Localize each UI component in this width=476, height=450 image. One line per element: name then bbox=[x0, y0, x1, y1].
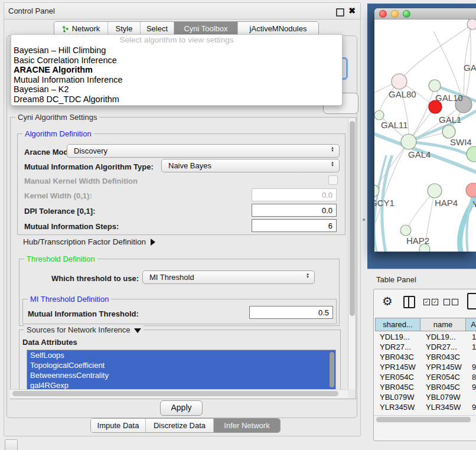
kernel-width-label: Kernel Width (0,1): bbox=[24, 191, 92, 200]
node-partial[interactable] bbox=[467, 19, 476, 30]
cell-value: 9. bbox=[472, 362, 476, 372]
node-gal1[interactable] bbox=[442, 125, 455, 138]
node-label: HAP2 bbox=[406, 236, 429, 246]
attribute-item-selected[interactable]: SelfLoops bbox=[27, 350, 335, 360]
tab-discretize-label: Discretize Data bbox=[154, 421, 206, 430]
columns-icon[interactable] bbox=[403, 296, 415, 308]
cell-name: YDL19... bbox=[426, 332, 456, 342]
table-panel-body: ⚙ ✓ ✓ shared... name A YDL19... YDL19...… bbox=[373, 289, 476, 441]
dropdown-item[interactable]: Bayesian – Hill Climbing bbox=[11, 45, 342, 56]
dpi-tolerance-label: DPI Tolerance [0,1]: bbox=[24, 207, 95, 216]
tab-cyni-toolbox-label: Cyni Toolbox bbox=[184, 24, 227, 33]
node-label: SWI4 bbox=[450, 137, 472, 147]
which-threshold-combo[interactable]: MI Threshold ▲▼ bbox=[142, 270, 315, 284]
tab-jactivemnodules[interactable]: jActiveMNodules bbox=[237, 22, 318, 35]
node-gal80[interactable] bbox=[392, 74, 407, 89]
minimize-traffic-light-icon[interactable] bbox=[391, 10, 399, 18]
dropdown-item-selected[interactable]: ARACNE Algorithm bbox=[11, 65, 342, 75]
table-horizontal-scrollbar[interactable] bbox=[374, 415, 476, 423]
settings-horizontal-scrollbar[interactable] bbox=[10, 389, 348, 398]
dropdown-item[interactable]: Bayesian – K2 bbox=[11, 84, 342, 94]
cell-value: 13 bbox=[472, 332, 476, 342]
tab-impute-label: Impute Data bbox=[97, 421, 139, 430]
dropdown-item[interactable]: Basic Correlation Inference bbox=[11, 56, 342, 66]
dropdown-item[interactable]: Mutual Information Inference bbox=[11, 75, 342, 85]
close-traffic-light-icon[interactable] bbox=[379, 10, 387, 18]
float-window-icon[interactable] bbox=[336, 8, 344, 17]
attribute-item-selected[interactable]: TopologicalCoefficient bbox=[27, 360, 335, 370]
aracne-mode-combo[interactable]: Discovery ▲▼ bbox=[67, 144, 340, 158]
attribute-item-selected[interactable]: BetweennessCentrality bbox=[27, 370, 335, 380]
combo-arrows-icon: ▲▼ bbox=[331, 146, 334, 152]
screenshot-root: Control Panel ✖ Network Style Select bbox=[0, 0, 476, 450]
network-graph: GAL80 GAL10 GAL1 GAL11 SWI4 GAL4 GCY1 HA… bbox=[374, 19, 476, 252]
cell-name: YBR045C bbox=[426, 382, 460, 392]
panel-splitter-handle[interactable] bbox=[363, 219, 365, 221]
tab-impute-data[interactable]: Impute Data bbox=[91, 419, 145, 432]
which-threshold-label: Which threshold to use: bbox=[51, 274, 139, 283]
cell-value: 8. bbox=[472, 372, 476, 382]
tab-network[interactable]: Network bbox=[54, 22, 107, 35]
mi-type-combo[interactable]: Naive Bayes ▲▼ bbox=[161, 159, 340, 172]
network-icon bbox=[62, 25, 69, 32]
node-gal10[interactable] bbox=[429, 80, 441, 92]
cell-value: 9. bbox=[472, 402, 476, 412]
tab-select[interactable]: Select bbox=[140, 22, 174, 35]
checked-box-icon: ✓ bbox=[432, 299, 438, 305]
gear-icon[interactable]: ⚙ bbox=[382, 294, 393, 308]
column-header-partial[interactable]: A bbox=[466, 318, 476, 331]
node-salmon[interactable] bbox=[466, 183, 476, 197]
close-icon[interactable]: ✖ bbox=[348, 6, 356, 15]
node-hap2[interactable] bbox=[400, 225, 411, 236]
data-attributes-label: Data Attributes bbox=[22, 338, 77, 347]
tab-discretize-data[interactable]: Discretize Data bbox=[145, 419, 213, 432]
network-window-titlebar[interactable] bbox=[374, 8, 476, 19]
tab-jactivemnodules-label: jActiveMNodules bbox=[250, 24, 307, 33]
node-gal4[interactable] bbox=[401, 134, 416, 149]
settings-vertical-scrollbar[interactable] bbox=[348, 119, 356, 389]
sources-group-title[interactable]: Sources for Network Inference bbox=[24, 325, 144, 334]
network-desktop: GAL80 GAL10 GAL1 GAL11 SWI4 GAL4 GCY1 HA… bbox=[367, 4, 476, 269]
cell-name: YBR043C bbox=[426, 352, 460, 362]
cell-shared: YPR145W bbox=[380, 362, 416, 372]
tab-infer-network[interactable]: Infer Network bbox=[213, 419, 280, 432]
cell-name: YBL079W bbox=[426, 392, 461, 402]
dpi-tolerance-field[interactable]: 0.0 bbox=[252, 204, 337, 217]
unchecked-box-icon bbox=[452, 299, 458, 305]
column-header-shared[interactable]: shared... bbox=[375, 318, 420, 331]
new-table-icon[interactable] bbox=[467, 293, 476, 309]
cell-shared: YBR043C bbox=[380, 352, 414, 362]
tab-cyni-toolbox[interactable]: Cyni Toolbox bbox=[174, 22, 237, 35]
table-panel: Table Panel ⚙ ✓ ✓ shared... name A YDL19… bbox=[367, 269, 476, 450]
scrollbar-thumb[interactable] bbox=[376, 417, 471, 422]
algorithm-dropdown-list: Select algorithm to view settings Bayesi… bbox=[11, 34, 343, 106]
kernel-width-field[interactable]: 0.0 bbox=[252, 188, 337, 201]
aracne-mode-value: Discovery bbox=[74, 146, 107, 155]
zoom-traffic-light-icon[interactable] bbox=[403, 10, 410, 18]
node-gal11[interactable] bbox=[374, 110, 384, 120]
tab-style[interactable]: Style bbox=[107, 22, 140, 35]
manual-kernel-label: Manual Kernel Width Definition bbox=[24, 177, 138, 185]
scrollbar-thumb[interactable] bbox=[350, 121, 355, 316]
node-hap4[interactable] bbox=[428, 184, 442, 198]
list-scrollbar-thumb[interactable] bbox=[330, 352, 334, 387]
select-all-checkboxes-icon[interactable]: ✓ ✓ bbox=[423, 299, 438, 305]
panel-title: Control Panel bbox=[8, 6, 55, 15]
dropdown-item[interactable]: Dream8 DC_TDC Algorithm bbox=[11, 94, 342, 105]
data-attributes-list[interactable]: SelfLoops TopologicalCoefficient Between… bbox=[27, 350, 336, 392]
column-header-name[interactable]: name bbox=[420, 318, 466, 331]
apply-button[interactable]: Apply bbox=[160, 400, 203, 416]
network-canvas[interactable]: GAL80 GAL10 GAL1 GAL11 SWI4 GAL4 GCY1 HA… bbox=[374, 19, 476, 252]
node-swi4[interactable] bbox=[467, 146, 476, 162]
hub-definition-toggle[interactable]: Hub/Transcription Factor Definition bbox=[23, 237, 155, 246]
corner-grip-button[interactable] bbox=[5, 439, 18, 450]
mi-threshold-field[interactable]: 0.5 bbox=[249, 306, 333, 319]
mi-threshold-label: Mutual Information Threshold: bbox=[28, 309, 139, 318]
manual-kernel-checkbox[interactable] bbox=[328, 175, 338, 185]
tab-style-label: Style bbox=[116, 24, 133, 33]
scrollbar-thumb[interactable] bbox=[12, 391, 338, 396]
mi-steps-field[interactable]: 6 bbox=[252, 219, 337, 232]
deselect-all-checkboxes-icon[interactable] bbox=[444, 299, 458, 305]
network-view-window[interactable]: GAL80 GAL10 GAL1 GAL11 SWI4 GAL4 GCY1 HA… bbox=[374, 8, 476, 252]
unchecked-box-icon bbox=[444, 299, 450, 305]
